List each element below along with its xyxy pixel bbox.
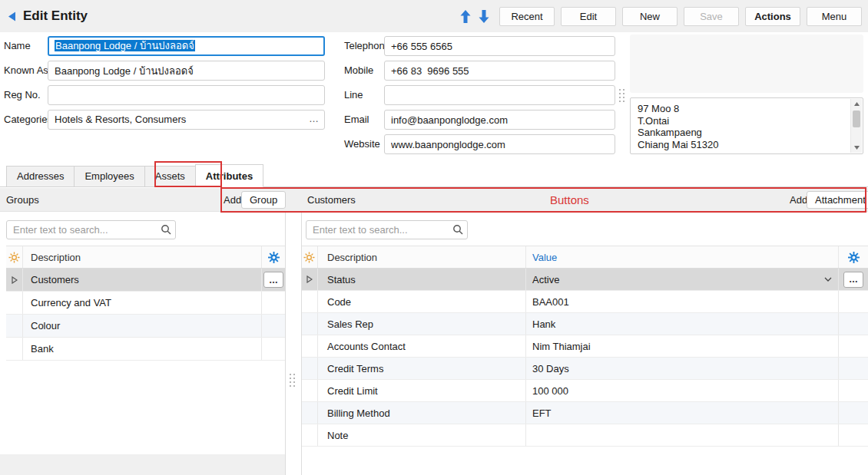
attribute-row-selected[interactable]: Status Active … <box>301 269 868 291</box>
attribute-row-actions <box>839 358 868 379</box>
mobile-input[interactable] <box>384 61 615 81</box>
groups-panel-footer <box>0 454 285 475</box>
attribute-row[interactable]: Sales Rep Hank <box>301 313 868 335</box>
address-line: Chiang Mai 51320 <box>638 139 846 151</box>
attribute-row-actions <box>839 402 868 424</box>
group-description: Colour <box>23 315 262 337</box>
attribute-value[interactable]: BAA001 <box>526 291 839 312</box>
reg-no-label: Reg No. <box>4 85 41 105</box>
expand-triangle-icon[interactable] <box>6 269 23 291</box>
attribute-value[interactable]: Nim Thiamjai <box>526 335 839 357</box>
attribute-value[interactable] <box>526 424 839 446</box>
recent-button[interactable]: Recent <box>499 7 555 26</box>
gear-icon[interactable] <box>839 246 868 268</box>
telephone-input[interactable] <box>384 36 615 56</box>
search-icon[interactable] <box>452 224 463 237</box>
back-icon[interactable] <box>8 12 16 21</box>
search-icon[interactable] <box>161 224 171 237</box>
groups-description-header[interactable]: Description <box>23 246 262 268</box>
row-ellipsis-button[interactable]: … <box>843 272 863 288</box>
add-group-label: Add <box>224 188 241 212</box>
tab-employees[interactable]: Employees <box>74 166 144 186</box>
attributes-search-input[interactable] <box>306 220 468 239</box>
attribute-value-text: Active <box>532 274 559 285</box>
save-button[interactable]: Save <box>684 7 739 26</box>
attribute-row[interactable]: Accounts Contact Nim Thiamjai <box>301 335 868 358</box>
down-arrow-icon[interactable] <box>479 10 489 23</box>
attribute-value[interactable]: 100 000 <box>526 380 839 401</box>
gear-icon[interactable] <box>262 246 285 268</box>
group-row-actions <box>262 292 285 314</box>
attributes-value-header[interactable]: Value <box>526 246 839 268</box>
attribute-description: Sales Rep <box>318 313 526 335</box>
attribute-value[interactable]: 30 Days <box>526 358 839 379</box>
chevron-down-icon[interactable] <box>820 277 832 282</box>
attribute-description: Credit Terms <box>318 358 526 379</box>
actions-button[interactable]: Actions <box>745 7 800 26</box>
address-line: 97 Moo 8 <box>638 103 846 115</box>
group-row[interactable]: Bank <box>6 338 285 361</box>
email-input[interactable] <box>384 110 615 130</box>
tab-addresses[interactable]: Addresses <box>6 166 75 186</box>
reg-no-input[interactable] <box>48 85 325 105</box>
categories-label: Categories <box>4 110 52 130</box>
expand-cell <box>301 380 318 401</box>
attributes-table-body: Status Active … Code BAA001 Sales Rep Ha… <box>301 269 868 447</box>
categories-ellipsis-icon[interactable]: … <box>309 111 319 127</box>
new-button[interactable]: New <box>622 7 678 26</box>
edit-button[interactable]: Edit <box>561 7 616 26</box>
attribute-row[interactable]: Billing Method EFT <box>301 402 868 424</box>
line-input[interactable] <box>384 85 615 105</box>
attribute-row-actions <box>839 424 868 446</box>
scroll-down-icon[interactable] <box>851 143 862 153</box>
attribute-value[interactable]: EFT <box>526 402 839 424</box>
website-input[interactable] <box>384 134 615 154</box>
known-as-input[interactable] <box>48 61 325 81</box>
attribute-description: Code <box>318 291 526 312</box>
edit-entity-screen: Edit Entity Recent Edit New Save Actions… <box>0 0 868 475</box>
tab-bar: Addresses Employees Assets Attributes <box>0 164 868 187</box>
attribute-row-actions <box>839 335 868 357</box>
menu-button[interactable]: Menu <box>807 7 862 26</box>
address-scrollbar[interactable] <box>850 99 862 153</box>
up-arrow-icon[interactable] <box>460 10 471 23</box>
categories-input[interactable]: Hotels & Resorts, Consumers … <box>48 110 325 130</box>
group-row-selected[interactable]: Customers … <box>6 269 285 292</box>
tab-attributes[interactable]: Attributes <box>195 164 263 187</box>
groups-search-input[interactable] <box>6 220 176 239</box>
name-input[interactable]: Baanpong Lodge / บ้านปงลอดจ์ <box>48 36 325 56</box>
add-attachment-button[interactable]: Attachment <box>807 191 868 209</box>
add-group-button[interactable]: Group <box>241 191 286 209</box>
groups-table-body: Customers … Currency and VAT Colour Bank <box>6 269 285 361</box>
add-attachment-label: Add <box>790 188 807 212</box>
attribute-row[interactable]: Credit Limit 100 000 <box>301 380 868 402</box>
row-ellipsis-button[interactable]: … <box>263 272 283 288</box>
expand-cell <box>301 291 318 312</box>
attribute-value-dropdown[interactable]: Active <box>526 269 839 290</box>
attribute-row[interactable]: Credit Terms 30 Days <box>301 358 868 380</box>
attribute-row[interactable]: Code BAA001 <box>301 291 868 313</box>
scroll-up-icon[interactable] <box>851 99 862 109</box>
group-row[interactable]: Colour <box>6 315 285 338</box>
panel-splitter-grip-icon[interactable] <box>290 374 296 388</box>
groups-search <box>6 220 176 239</box>
entity-image-placeholder[interactable] <box>630 35 863 93</box>
expand-triangle-icon[interactable] <box>301 269 318 290</box>
groups-panel-title: Groups <box>6 188 39 212</box>
name-label: Name <box>4 36 31 56</box>
expand-cell <box>301 402 318 424</box>
mobile-label: Mobile <box>344 61 373 81</box>
attributes-description-header[interactable]: Description <box>318 246 526 268</box>
expand-cell <box>301 335 318 357</box>
splitter-grip-icon[interactable] <box>619 89 625 103</box>
customize-sun-icon[interactable] <box>6 246 23 268</box>
scrollbar-thumb[interactable] <box>853 111 860 127</box>
group-row[interactable]: Currency and VAT <box>6 292 285 315</box>
tab-assets[interactable]: Assets <box>144 166 196 186</box>
customize-sun-icon[interactable] <box>301 246 318 268</box>
attribute-value[interactable]: Hank <box>526 313 839 335</box>
attribute-description: Note <box>318 424 526 446</box>
categories-value: Hotels & Resorts, Consumers <box>55 114 186 125</box>
attribute-row[interactable]: Note <box>301 424 868 447</box>
address-box[interactable]: 97 Moo 8 T.Ontai Sankampaeng Chiang Mai … <box>630 97 863 154</box>
